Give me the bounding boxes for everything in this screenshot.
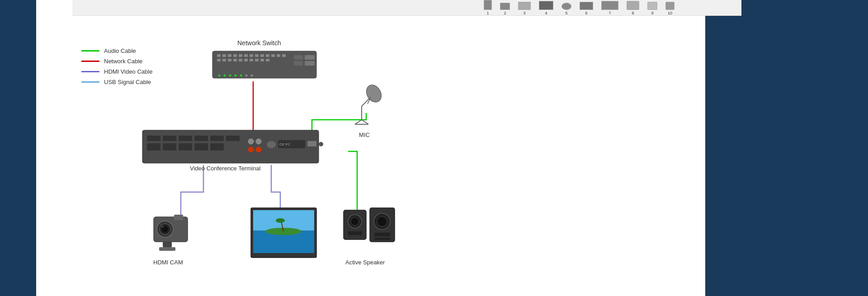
svg-point-64 [157, 221, 173, 237]
svg-rect-41 [226, 136, 240, 141]
svg-rect-85 [374, 233, 390, 236]
speaker-device [344, 208, 395, 242]
svg-rect-15 [222, 59, 226, 61]
svg-rect-0 [212, 51, 316, 78]
svg-rect-11 [271, 54, 275, 57]
svg-point-84 [377, 216, 387, 226]
svg-rect-24 [294, 55, 303, 60]
svg-point-55 [319, 142, 323, 146]
svg-point-66 [162, 226, 168, 232]
svg-rect-20 [250, 59, 253, 61]
thumb-8[interactable]: 8 [627, 1, 639, 15]
right-sidebar [705, 0, 868, 296]
svg-rect-4 [233, 54, 237, 57]
hdmi-cable-display [271, 165, 280, 215]
svg-rect-38 [179, 136, 192, 141]
svg-line-76 [281, 221, 283, 231]
audio-cable-label: Audio Cable [104, 47, 136, 54]
svg-rect-22 [260, 59, 264, 61]
svg-line-56 [355, 120, 362, 124]
legend-audio: Audio Cable [81, 47, 152, 54]
svg-rect-45 [194, 143, 208, 150]
svg-rect-70 [174, 215, 183, 220]
legend-hdmi: HDMI Video Cable [81, 68, 152, 75]
svg-point-61 [363, 82, 384, 105]
svg-rect-82 [370, 208, 395, 242]
svg-rect-42 [147, 143, 160, 150]
thumb-9[interactable]: 9 [647, 2, 657, 15]
svg-rect-69 [159, 247, 175, 251]
svg-line-60 [362, 97, 371, 106]
mic-label: MIC [359, 132, 370, 138]
svg-rect-54 [307, 141, 316, 146]
svg-point-51 [267, 141, 276, 148]
audio-cable-icon [81, 50, 99, 52]
svg-rect-16 [228, 59, 231, 61]
camera-device [154, 215, 188, 251]
svg-rect-40 [210, 136, 224, 141]
thumb-2[interactable]: 2 [500, 3, 510, 15]
thumb-10[interactable]: 10 [665, 2, 675, 15]
usb-cable-label: USB Signal Cable [104, 79, 151, 85]
vct-device: CE FC [142, 130, 323, 163]
svg-rect-81 [348, 231, 362, 235]
svg-point-75 [265, 228, 302, 235]
svg-point-49 [248, 147, 254, 152]
main-content: 1 2 3 4 5 6 7 [36, 0, 705, 296]
svg-text:CE FC: CE FC [279, 142, 290, 146]
svg-rect-44 [179, 143, 192, 150]
svg-point-65 [160, 224, 170, 235]
network-switch-label: Network Switch [237, 39, 281, 47]
thumb-7[interactable]: 7 [601, 1, 618, 15]
hdmi-cable-label: HDMI Video Cable [104, 68, 152, 75]
svg-point-30 [229, 75, 231, 77]
thumb-3[interactable]: 3 [518, 2, 531, 15]
svg-point-77 [276, 218, 285, 223]
network-switch-device [212, 51, 316, 78]
svg-point-33 [245, 75, 248, 77]
svg-rect-37 [163, 136, 176, 141]
thumb-5[interactable]: 5 [561, 3, 571, 15]
svg-rect-73 [253, 210, 314, 230]
thumb-4[interactable]: 4 [539, 1, 553, 15]
svg-point-29 [224, 75, 226, 77]
svg-rect-5 [239, 54, 242, 57]
svg-line-57 [362, 120, 368, 124]
svg-rect-10 [266, 54, 269, 57]
svg-point-79 [348, 215, 362, 228]
diagram-svg: Network Switch CE FC [72, 25, 741, 296]
mic-device [355, 82, 384, 124]
svg-rect-2 [222, 54, 226, 57]
svg-rect-7 [250, 54, 253, 57]
legend-network: Network Cable [81, 58, 152, 65]
svg-line-62 [368, 97, 371, 104]
svg-rect-86 [374, 238, 390, 240]
svg-point-28 [218, 75, 221, 77]
svg-point-50 [256, 147, 261, 152]
svg-rect-52 [278, 140, 305, 148]
svg-rect-46 [210, 143, 224, 150]
hdmi-cable-camera [181, 165, 203, 215]
speaker-label: Active Speaker [345, 259, 385, 266]
vct-label: Video Conference Terminal [190, 165, 260, 172]
audio-cable-speaker [348, 151, 357, 215]
camera-label: HDMI CAM [153, 259, 183, 266]
thumb-6[interactable]: 6 [580, 2, 593, 15]
hdmi-cable-icon [81, 71, 99, 72]
thumb-1[interactable]: 1 [484, 0, 492, 15]
svg-rect-26 [305, 55, 315, 60]
svg-rect-12 [277, 54, 280, 57]
left-sidebar [0, 0, 36, 296]
svg-point-80 [351, 217, 359, 226]
svg-rect-27 [305, 61, 315, 66]
audio-cable-mic [312, 113, 366, 133]
svg-rect-23 [266, 59, 269, 61]
svg-rect-1 [217, 54, 221, 57]
svg-rect-68 [163, 242, 172, 247]
svg-rect-74 [253, 230, 314, 253]
svg-rect-3 [228, 54, 231, 57]
svg-point-83 [374, 213, 390, 230]
svg-point-31 [235, 75, 237, 77]
svg-rect-21 [255, 59, 259, 61]
svg-rect-14 [217, 59, 221, 61]
